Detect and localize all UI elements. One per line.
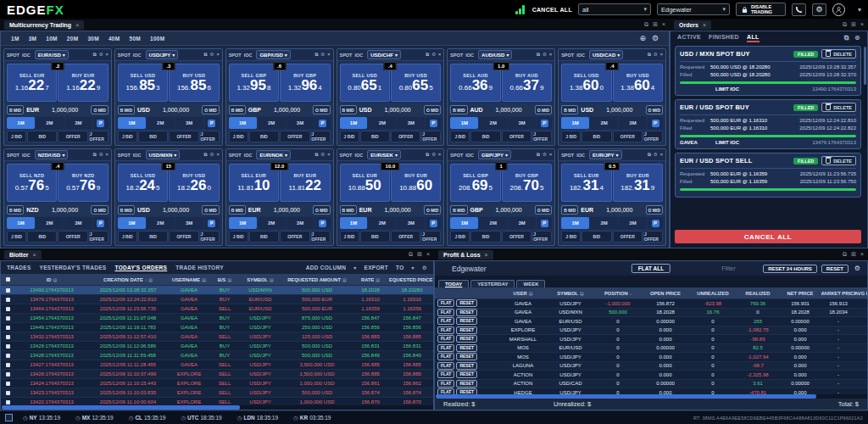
- bid-mid-button[interactable]: B MID: [7, 105, 24, 114]
- gear-icon[interactable]: ⚙: [320, 52, 325, 58]
- tab-profit-loss[interactable]: Profit & Loss ×: [438, 250, 493, 259]
- pin-button[interactable]: P: [93, 217, 108, 229]
- column-header-symbol[interactable]: SYMBOL▤: [238, 277, 282, 282]
- offer-mid-button[interactable]: O MID: [535, 205, 552, 215]
- tenor-tab-3m[interactable]: 3M: [619, 217, 647, 229]
- buy-button[interactable]: BUY USD18.2260: [169, 164, 219, 202]
- popout-icon[interactable]: ⧉: [537, 152, 540, 158]
- sell-button[interactable]: SELL EUR1.16227: [7, 64, 57, 102]
- pnl-h-scrollbar[interactable]: [435, 394, 867, 399]
- workspace-select[interactable]: Edgewater ▾: [657, 3, 730, 15]
- pair-selector[interactable]: EUR/SEK▾: [367, 150, 401, 159]
- pin-button[interactable]: P: [315, 217, 331, 229]
- column-header-creation-date[interactable]: CREATION DATE↓▤: [89, 277, 167, 282]
- tenor-tab-1m[interactable]: 1M: [229, 117, 257, 129]
- tab-orders[interactable]: Orders ×: [674, 20, 711, 30]
- column-header-requested-price[interactable]: REQUESTED PRICE▤: [389, 277, 434, 282]
- sell-button[interactable]: SELL USD1.38600: [561, 64, 611, 102]
- j-offer-button[interactable]: J OFFER: [532, 131, 552, 142]
- pnl-row[interactable]: FLATRESETGAVEAEUR/USD00.0000002650.00000…: [435, 317, 867, 326]
- pair-selector[interactable]: USD/MXN▾: [146, 150, 181, 159]
- pin-button[interactable]: P: [426, 117, 441, 129]
- pair-selector[interactable]: EUR/USD▾: [35, 50, 69, 59]
- close-icon[interactable]: ×: [549, 152, 552, 158]
- column-header-position[interactable]: POSITION↓: [594, 291, 642, 296]
- reset-button[interactable]: RESET: [821, 265, 849, 273]
- bid-mid-button[interactable]: B MID: [229, 205, 246, 215]
- tenor-tab-1m[interactable]: 1M: [561, 117, 589, 129]
- offer-button[interactable]: OFFER: [280, 131, 309, 142]
- pnl-row[interactable]: FLATRESETACTIONUSD/JPY00.0000-2,325.980.…: [435, 371, 867, 380]
- flat-button[interactable]: FLAT: [437, 353, 454, 360]
- gear-icon[interactable]: ⚙: [654, 52, 658, 58]
- pin-button[interactable]: P: [648, 117, 663, 129]
- j-offer-button[interactable]: J OFFER: [643, 131, 663, 142]
- tenor-tab-1m[interactable]: 1M: [118, 217, 146, 229]
- j-bid-button[interactable]: J BID: [229, 231, 248, 243]
- tenor-tab-3m[interactable]: 3M: [397, 117, 425, 129]
- amount-value[interactable]: 1,000,000: [486, 207, 532, 213]
- offer-button[interactable]: OFFER: [613, 231, 643, 243]
- column-header-username[interactable]: USERNAME▤: [167, 277, 211, 282]
- tenor-tab-2m[interactable]: 2M: [258, 217, 286, 229]
- pair-selector[interactable]: USD/CAD▾: [589, 50, 623, 59]
- row-checkbox[interactable]: [6, 344, 10, 349]
- select-all-checkbox[interactable]: [6, 277, 10, 282]
- buy-button[interactable]: BUY USD1.38604: [613, 64, 663, 102]
- bid-button[interactable]: BID: [27, 231, 57, 243]
- bid-button[interactable]: BID: [360, 231, 390, 243]
- close-icon[interactable]: ×: [216, 152, 219, 158]
- pin-button[interactable]: P: [93, 117, 108, 129]
- bid-mid-button[interactable]: B MID: [340, 205, 357, 215]
- offer-mid-button[interactable]: O MID: [646, 205, 663, 215]
- close-icon[interactable]: ×: [327, 152, 330, 158]
- pin-button[interactable]: P: [648, 217, 663, 229]
- orders-tab-active[interactable]: ACTIVE: [677, 34, 701, 42]
- popout-icon[interactable]: ⧉: [204, 152, 208, 158]
- offer-button[interactable]: OFFER: [280, 231, 309, 243]
- row-checkbox[interactable]: [6, 326, 10, 330]
- tenor-tab-1m[interactable]: 1M: [229, 217, 257, 229]
- tenor-tab-1m[interactable]: 1M: [340, 117, 368, 129]
- bid-button[interactable]: BID: [581, 131, 611, 142]
- amount-preset-button[interactable]: 1M: [11, 36, 19, 42]
- row-checkbox[interactable]: [6, 307, 10, 311]
- j-offer-button[interactable]: J OFFER: [89, 131, 108, 142]
- flat-button[interactable]: FLAT: [437, 326, 454, 334]
- maximize-icon[interactable]: ⊞: [851, 251, 856, 258]
- add-tile-icon[interactable]: ⊕: [639, 34, 646, 42]
- bid-button[interactable]: BID: [360, 131, 390, 142]
- offer-button[interactable]: OFFER: [502, 131, 531, 142]
- bid-mid-button[interactable]: B MID: [7, 205, 24, 215]
- pin-button[interactable]: P: [426, 217, 441, 229]
- pair-selector[interactable]: USD/CHF▾: [367, 50, 401, 59]
- reset-button[interactable]: RESET: [456, 317, 477, 325]
- offer-button[interactable]: OFFER: [58, 131, 87, 142]
- pair-selector[interactable]: GBP/JPY▾: [478, 150, 511, 159]
- buy-button[interactable]: BUY GBP208.705: [502, 164, 552, 202]
- tenor-tab-2m[interactable]: 2M: [36, 217, 64, 229]
- pnl-row[interactable]: FLATRESETMARSHALLUSD/JPY00.0000-98.890.0…: [435, 335, 867, 344]
- pnl-row[interactable]: FLATRESETHEDGEUSD/JPY00.0000-470.810.000…: [435, 388, 867, 394]
- popout-icon[interactable]: ⧉: [93, 52, 97, 58]
- gear-icon[interactable]: ⚙: [652, 34, 659, 42]
- tenor-tab-1m[interactable]: 1M: [450, 217, 478, 229]
- column-header-rate[interactable]: RATE▤: [352, 277, 389, 282]
- column-header-market-price[interactable]: MARKET PRICE: [821, 291, 855, 296]
- blotter-tab-trades[interactable]: TRADES: [7, 265, 31, 271]
- chevron-down-icon[interactable]: ▾: [353, 265, 356, 271]
- pnl-row[interactable]: FLATRESETEXPLOREUSD/JPY00.0000-1,082.750…: [435, 326, 867, 336]
- sell-button[interactable]: SELL GBP208.695: [450, 164, 500, 202]
- amount-value[interactable]: 1,000,000: [486, 107, 532, 113]
- pin-button[interactable]: P: [204, 217, 220, 229]
- gear-icon[interactable]: ⚙: [320, 152, 325, 158]
- tenor-tab-3m[interactable]: 3M: [508, 217, 536, 229]
- j-bid-button[interactable]: J BID: [7, 231, 26, 243]
- blotter-tab-today-s-orders[interactable]: TODAY'S ORDERS: [114, 265, 167, 271]
- tenor-tab-2m[interactable]: 2M: [36, 117, 64, 129]
- offer-mid-button[interactable]: O MID: [646, 105, 663, 114]
- j-bid-button[interactable]: J BID: [340, 231, 359, 243]
- account-filter-select[interactable]: all ▾: [578, 3, 651, 15]
- popout-icon[interactable]: ⧉: [537, 52, 540, 58]
- tenor-tab-1m[interactable]: 1M: [7, 217, 35, 229]
